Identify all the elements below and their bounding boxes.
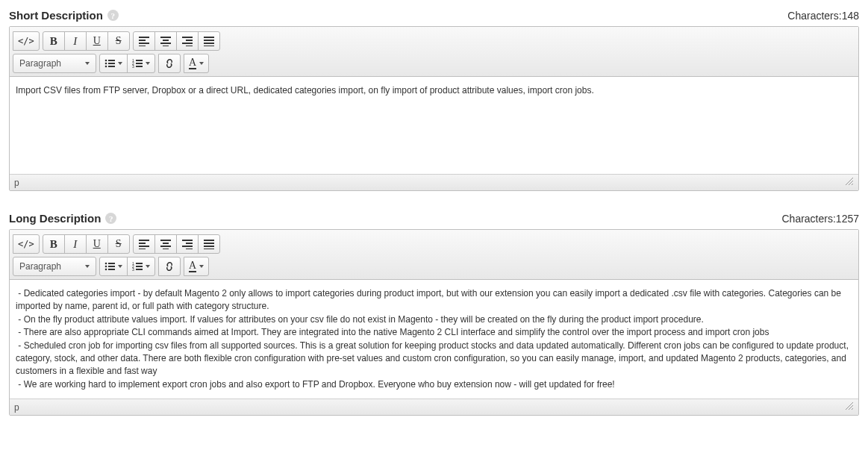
svg-rect-25 <box>136 63 143 64</box>
block-format-select[interactable]: Paragraph <box>13 54 96 73</box>
svg-rect-6 <box>160 43 171 44</box>
help-icon[interactable]: ? <box>107 10 119 21</box>
chevron-down-icon <box>146 265 150 268</box>
strike-button[interactable]: S <box>107 31 130 51</box>
svg-rect-34 <box>160 246 171 247</box>
svg-rect-31 <box>139 249 146 249</box>
resize-handle[interactable] <box>845 177 854 188</box>
underline-icon: U <box>93 35 101 47</box>
svg-rect-23 <box>136 60 143 61</box>
bold-button[interactable]: B <box>43 234 65 254</box>
block-format-select[interactable]: Paragraph <box>13 257 96 276</box>
element-path[interactable]: p <box>14 178 19 188</box>
code-icon: </> <box>18 36 34 46</box>
underline-button[interactable]: U <box>86 31 108 51</box>
svg-rect-41 <box>204 243 214 244</box>
align-center-button[interactable] <box>154 234 177 254</box>
svg-rect-39 <box>186 249 193 249</box>
link-icon <box>164 58 175 69</box>
svg-rect-5 <box>163 40 169 41</box>
character-counter: Characters:148 <box>787 10 859 22</box>
resize-grip-icon <box>845 177 854 186</box>
short-description-editor: </> B I U S <box>9 26 859 191</box>
ordered-list-icon: 123 <box>132 58 143 69</box>
svg-rect-55 <box>136 269 143 270</box>
bullet-list-button[interactable] <box>99 257 128 276</box>
color-group: A <box>184 257 209 276</box>
align-center-icon <box>160 239 171 249</box>
svg-rect-40 <box>204 240 214 241</box>
align-center-icon <box>160 36 171 46</box>
editor-statusbar: p <box>10 174 858 190</box>
text-color-button[interactable]: A <box>184 257 209 276</box>
strike-icon: S <box>116 238 122 250</box>
char-count: 1257 <box>836 213 859 225</box>
align-group <box>133 234 220 254</box>
align-justify-button[interactable] <box>198 31 220 51</box>
field-label: Short Description ? <box>9 9 119 22</box>
text-style-group: B I U S <box>43 234 130 254</box>
color-group: A <box>184 54 209 73</box>
underline-button[interactable]: U <box>86 234 108 254</box>
bullet-list-button[interactable] <box>99 54 128 73</box>
align-left-button[interactable] <box>133 31 155 51</box>
chevron-down-icon <box>146 62 150 65</box>
text-style-group: B I U S <box>43 31 130 51</box>
help-icon[interactable]: ? <box>105 213 116 224</box>
resize-handle[interactable] <box>845 402 854 413</box>
svg-rect-10 <box>182 43 193 44</box>
ordered-list-button[interactable]: 123 <box>127 257 155 276</box>
svg-rect-51 <box>136 263 143 264</box>
svg-text:3: 3 <box>132 267 134 272</box>
svg-rect-13 <box>204 40 214 41</box>
svg-rect-21 <box>108 66 115 67</box>
svg-rect-8 <box>182 37 193 38</box>
italic-button[interactable]: I <box>64 234 87 254</box>
align-left-button[interactable] <box>133 234 155 254</box>
svg-rect-42 <box>204 246 214 247</box>
strike-button[interactable]: S <box>107 234 130 254</box>
svg-rect-45 <box>108 263 115 264</box>
link-group <box>158 257 181 276</box>
element-path[interactable]: p <box>14 402 19 413</box>
long-description-section: Long Description ? Characters:1257 </> B… <box>9 212 859 416</box>
align-right-button[interactable] <box>176 234 199 254</box>
char-label: Characters: <box>787 10 841 22</box>
field-label: Long Description ? <box>9 212 116 225</box>
svg-rect-19 <box>108 63 115 64</box>
bold-icon: B <box>50 238 57 251</box>
text-color-button[interactable]: A <box>184 54 209 73</box>
svg-point-48 <box>105 269 107 271</box>
text-color-icon: A <box>189 57 196 69</box>
source-code-button[interactable]: </> <box>13 234 40 254</box>
link-button[interactable] <box>158 257 181 276</box>
svg-rect-9 <box>186 40 193 41</box>
svg-rect-4 <box>160 37 171 38</box>
italic-icon: I <box>73 238 77 251</box>
align-left-icon <box>139 239 149 249</box>
toolbar-row-1: </> B I U S <box>13 233 855 255</box>
bullet-list-icon <box>104 261 115 272</box>
svg-rect-2 <box>139 43 149 44</box>
svg-rect-32 <box>160 240 171 241</box>
short-description-content[interactable]: Import CSV files from FTP server, Dropbo… <box>10 77 858 174</box>
link-button[interactable] <box>158 54 181 73</box>
chevron-down-icon <box>85 265 90 268</box>
ordered-list-button[interactable]: 123 <box>127 54 155 73</box>
svg-rect-38 <box>182 246 193 247</box>
align-right-icon <box>182 239 193 249</box>
svg-rect-49 <box>108 269 115 270</box>
align-right-button[interactable] <box>176 31 199 51</box>
align-justify-button[interactable] <box>198 234 220 254</box>
italic-icon: I <box>73 35 77 48</box>
character-counter: Characters:1257 <box>781 213 859 225</box>
source-code-button[interactable]: </> <box>13 31 40 51</box>
italic-button[interactable]: I <box>64 31 87 51</box>
align-justify-icon <box>204 239 214 249</box>
list-group: 123 <box>99 257 155 276</box>
long-description-content[interactable]: - Dedicated categories import - by defau… <box>10 280 858 399</box>
svg-text:3: 3 <box>132 64 134 69</box>
bold-icon: B <box>50 35 57 48</box>
align-center-button[interactable] <box>154 31 177 51</box>
bold-button[interactable]: B <box>43 31 65 51</box>
